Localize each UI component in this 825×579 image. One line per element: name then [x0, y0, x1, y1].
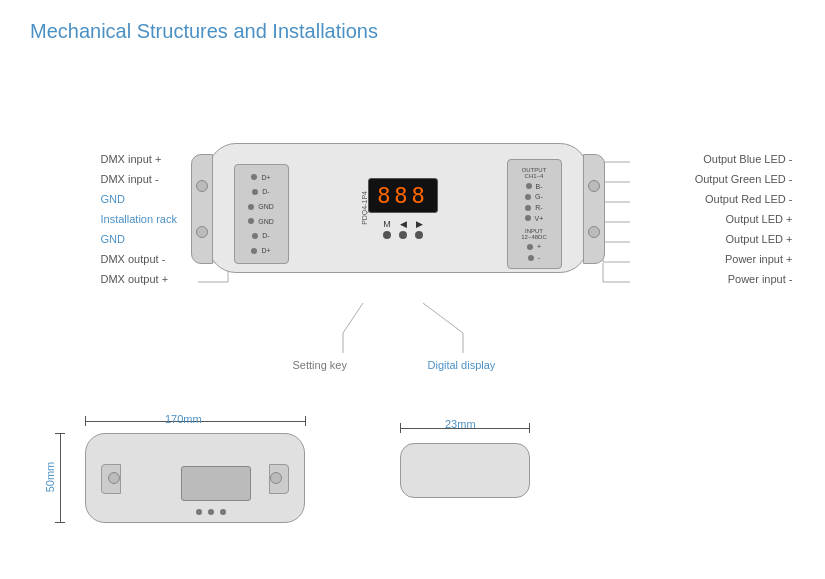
- conn-pin: [248, 204, 254, 210]
- right-connector-block: OUTPUTCH1~4 B- G- R- V+ INPUT12~48DC +: [507, 159, 562, 269]
- conn-pin: [248, 218, 254, 224]
- height-dim-tick-bottom: [55, 522, 65, 523]
- conn-pin: [527, 244, 533, 250]
- right-button[interactable]: [415, 231, 423, 239]
- width-dim-tick-right: [305, 416, 306, 426]
- mount-hole-right-top: [588, 180, 600, 192]
- tv-body: [85, 433, 305, 523]
- output-red-label: Output Red LED -: [705, 193, 792, 205]
- dmx-output-minus-label: DMX output -: [101, 253, 166, 265]
- depth-dim-label: 23mm: [445, 418, 476, 430]
- height-dim-label: 50mm: [44, 462, 56, 493]
- gnd2-label: GND: [101, 233, 125, 245]
- m-button[interactable]: [383, 231, 391, 239]
- center-display: 888 M ◀ ▶: [368, 178, 438, 239]
- gnd1-label: GND: [101, 193, 125, 205]
- conn-pin: [528, 255, 534, 261]
- digital-display-label: Digital display: [428, 359, 496, 371]
- power-minus-label: Power input -: [728, 273, 793, 285]
- tv-screen: [181, 466, 251, 501]
- mount-hole-left-bottom: [196, 226, 208, 238]
- depth-dim-tick-right: [529, 423, 530, 433]
- buttons-row: M ◀ ▶: [383, 219, 423, 239]
- dmx-input-minus-label: DMX input -: [101, 173, 159, 185]
- device-left-end: [191, 154, 213, 264]
- setting-key-label: Setting key: [293, 359, 347, 371]
- top-view-diagram: 170mm 50mm: [50, 413, 330, 553]
- tv-mount-left: [108, 472, 120, 484]
- left-button[interactable]: [399, 231, 407, 239]
- tv-buttons: [196, 509, 226, 515]
- left-connector-block: D+ D- GND GND D- D+: [234, 164, 289, 264]
- power-plus-label: Power input +: [725, 253, 793, 265]
- conn-pin: [251, 174, 257, 180]
- svg-line-31: [423, 303, 463, 333]
- page-title: Mechanical Structures and Installations: [30, 20, 795, 43]
- output-led1-label: Output LED +: [726, 213, 793, 225]
- dmx-output-plus-label: DMX output +: [101, 273, 169, 285]
- device-right-end: [583, 154, 605, 264]
- depth-dim-tick-left: [400, 423, 401, 433]
- device-body: D+ D- GND GND D- D+ PDQ: [208, 143, 588, 273]
- output-green-label: Output Green LED -: [695, 173, 793, 185]
- sv-body: [400, 443, 530, 498]
- height-dim-tick-top: [55, 433, 65, 434]
- output-blue-label: Output Blue LED -: [703, 153, 792, 165]
- output-led2-label: Output LED +: [726, 233, 793, 245]
- conn-pin: [252, 189, 258, 195]
- dmx-input-plus-label: DMX input +: [101, 153, 162, 165]
- width-dim-tick-left: [85, 416, 86, 426]
- top-diagram: DMX input + DMX input - GND Installation…: [33, 63, 793, 403]
- conn-pin: [525, 205, 531, 211]
- tv-btn-1: [196, 509, 202, 515]
- mount-hole-left-top: [196, 180, 208, 192]
- svg-line-29: [343, 303, 363, 333]
- tv-btn-3: [220, 509, 226, 515]
- tv-btn-2: [208, 509, 214, 515]
- mount-hole-right-bottom: [588, 226, 600, 238]
- bottom-diagrams: 170mm 50mm 23mm: [30, 413, 795, 553]
- width-dim-label: 170mm: [165, 413, 202, 425]
- conn-pin: [252, 233, 258, 239]
- digit-display: 888: [368, 178, 438, 213]
- tv-mount-right: [270, 472, 282, 484]
- device-side-label: PDQ4-1P4: [361, 191, 368, 225]
- side-view-diagram: 23mm: [370, 413, 550, 553]
- conn-pin: [526, 183, 532, 189]
- installation-rack-label: Installation rack: [101, 213, 177, 225]
- conn-pin: [525, 215, 531, 221]
- conn-pin: [251, 248, 257, 254]
- conn-pin: [525, 194, 531, 200]
- height-dim-line: [60, 433, 61, 523]
